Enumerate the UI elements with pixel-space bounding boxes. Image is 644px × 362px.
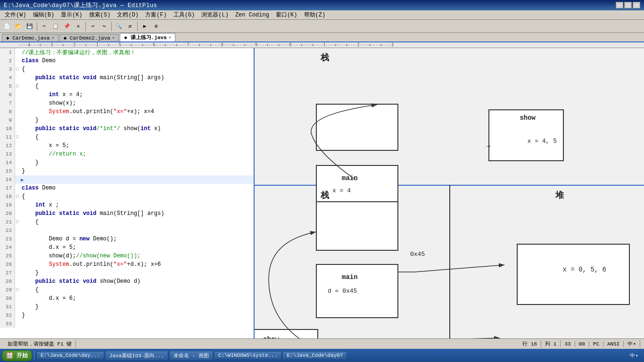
line-num-20: 20	[0, 209, 15, 218]
line-num-27: 27	[0, 269, 15, 277]
fold-5[interactable]: □	[15, 84, 20, 89]
code-line-29: 29 □ {	[0, 286, 254, 294]
menu-browser[interactable]: 浏览器(L)	[198, 10, 231, 19]
line-num-8: 8	[0, 107, 15, 116]
code-line-31: 31 }	[0, 303, 254, 311]
menu-zen[interactable]: Zen Coding	[232, 11, 272, 19]
status-encoding: ANSI	[603, 341, 624, 347]
ruler: ----4----+----3----+----2----+----1----+…	[0, 42, 644, 48]
replace-button[interactable]: ⇄	[125, 21, 135, 32]
code-content-21: {	[20, 219, 39, 225]
close-button[interactable]: ✕	[633, 2, 640, 8]
taskbar-time: 中•	[626, 352, 642, 359]
line-num-28: 28	[0, 277, 15, 286]
line-num-10: 10	[0, 124, 15, 133]
code-content-12: x = 5;	[20, 142, 69, 149]
code-content-3: {	[20, 66, 25, 73]
code-content-5: {	[20, 83, 39, 90]
menu-file[interactable]: 文件(W)	[2, 10, 29, 19]
new-button[interactable]: 📄	[2, 21, 12, 32]
taskbar-cmd[interactable]: C:\WINDOWS\syste...	[214, 351, 281, 360]
main-value-top: x = 4	[332, 187, 351, 194]
code-content-25: show(d);//show(new Demo());	[20, 253, 140, 259]
taskbar-java[interactable]: Java基础IO3-面向...	[105, 351, 169, 361]
code-line-7: 7 show(x);	[0, 99, 254, 107]
menu-edit[interactable]: 编辑(B)	[30, 10, 58, 19]
code-line-8: 8 System.out.println("x="+x); x=4	[0, 107, 254, 116]
code-content-14: }	[20, 159, 39, 166]
tab-cardemo-close[interactable]: ✕	[51, 35, 54, 41]
menu-search[interactable]: 搜索(S)	[86, 10, 114, 19]
line-num-15: 15	[0, 167, 15, 175]
minimize-button[interactable]: —	[616, 2, 623, 8]
code-line-1: 1 //课上练习：不要编译运行，求图，求真相！	[0, 48, 254, 57]
main-label-bottom: main	[342, 273, 358, 281]
line-num-19: 19	[0, 201, 15, 209]
diagram-vertical-divider	[449, 185, 450, 338]
paste-button[interactable]: 📌	[62, 21, 72, 32]
start-button[interactable]: 🪟 开始	[2, 350, 32, 361]
code-line-13: 13 //return x;	[0, 150, 254, 158]
tab-cardemo2-close[interactable]: ✕	[112, 35, 115, 41]
bottom-heap-label: 堆	[555, 189, 564, 201]
status-num2: 00	[575, 341, 589, 347]
line-num-23: 23	[0, 235, 15, 243]
line-num-25: 25	[0, 252, 15, 260]
fold-21[interactable]: □	[15, 220, 20, 224]
menu-doc[interactable]: 文档(D)	[114, 10, 141, 19]
code-line-18: 18 □ {	[0, 192, 254, 201]
tab-cardemo2[interactable]: ◆ CarDemo2.java ✕	[59, 34, 119, 41]
taskbar-editplus[interactable]: E:\Java_Code\day...	[36, 351, 104, 360]
code-line-28: 28 public static void show(Demo d)	[0, 277, 254, 286]
menu-view[interactable]: 显示(K)	[58, 10, 85, 19]
code-line-2: 2 class Demo	[0, 57, 254, 65]
code-content-15: }	[20, 168, 25, 174]
fold-11[interactable]: □	[15, 135, 20, 140]
open-button[interactable]: 📂	[13, 21, 24, 32]
code-content-18: {	[20, 193, 25, 200]
code-content-32: }	[20, 312, 25, 319]
code-panel[interactable]: 1 //课上练习：不要编译运行，求图，求真相！ 2 class Demo 3 □…	[0, 48, 255, 338]
redo-button[interactable]: ↪	[99, 21, 109, 32]
menu-tools[interactable]: 工具(G)	[171, 10, 198, 19]
code-line-14: 14 }	[0, 158, 254, 167]
code-content-31: }	[20, 304, 39, 310]
tab-exercise-label: ◆ 课上练习.java	[124, 34, 166, 41]
undo-button[interactable]: ↩	[88, 21, 98, 32]
menu-help[interactable]: 帮助(Z)	[301, 10, 329, 19]
tab-exercise[interactable]: ◆ 课上练习.java ✕	[120, 33, 175, 41]
copy-button[interactable]: 📋	[50, 21, 61, 32]
arrow-svg-show-heap	[292, 317, 599, 338]
taskbar-paint[interactable]: 未命名 - 画图	[169, 351, 213, 361]
code-line-27: 27 }	[0, 269, 254, 277]
code-content-10: public static void/*int*/ show(int x)	[20, 125, 161, 132]
line-num-12: 12	[0, 141, 15, 150]
restore-button[interactable]: □	[624, 2, 632, 8]
line-num-11: 11	[0, 133, 15, 141]
code-content-19: int x ;	[20, 202, 59, 208]
compile-button[interactable]: ⚙	[151, 21, 161, 32]
code-content-13: //return x;	[20, 151, 86, 157]
taskbar-explorer[interactable]: E:\Java_Code\day07	[282, 351, 347, 360]
stack-bottom-upper	[316, 201, 398, 251]
line-num-4: 4	[0, 74, 15, 82]
tab-cardemo[interactable]: ◆ CarDemo.java ✕	[2, 34, 58, 41]
cut-button[interactable]: ✂	[39, 21, 50, 32]
menu-window[interactable]: 窗口(K)	[273, 10, 300, 19]
tab-exercise-close[interactable]: ✕	[169, 35, 171, 40]
line-num-18: 18	[0, 192, 15, 201]
diagram-panel: 栈 show x = 4, 5 → main x = 4 栈 堆	[255, 48, 644, 338]
save-button[interactable]: 💾	[25, 21, 35, 32]
fold-3[interactable]: □	[15, 67, 20, 72]
delete-button[interactable]: ✕	[73, 21, 83, 32]
line-num-22: 22	[0, 226, 15, 235]
fold-29[interactable]: □	[15, 288, 20, 292]
code-line-15: 15 }	[0, 167, 254, 175]
run-button[interactable]: ▶	[140, 21, 150, 32]
code-content-8: System.out.println("x="+x); x=4	[20, 108, 154, 115]
find-button[interactable]: 🔍	[114, 21, 124, 32]
fold-18[interactable]: □	[15, 194, 20, 199]
menu-project[interactable]: 方案(F)	[142, 10, 170, 19]
status-hint: 如需帮助，请按键盘 F1 键	[4, 340, 76, 347]
toolbar-sep-4	[137, 22, 138, 31]
